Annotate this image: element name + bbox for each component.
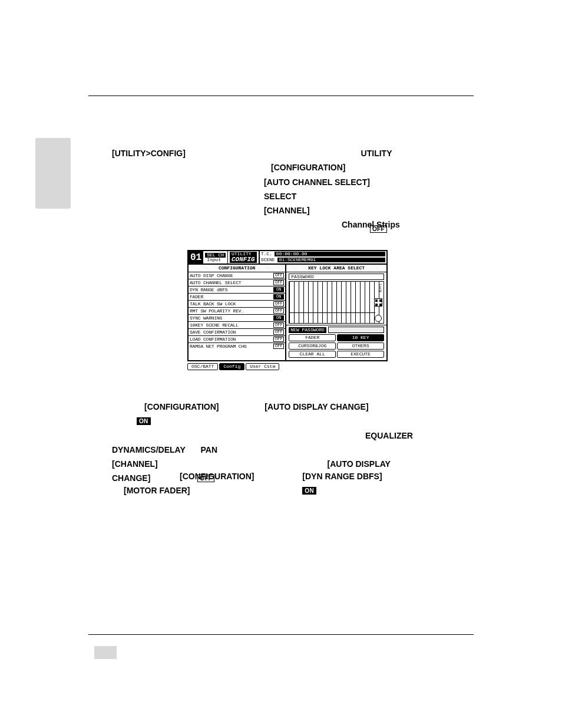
lcd-config-item-name: LOAD CONFIRMATION: [190, 337, 236, 342]
p4-motor-fader: [MOTOR FADER]: [124, 486, 190, 495]
p4-configuration: [CONFIGURATION]: [180, 472, 254, 481]
p3-auto-disp-change: [AUTO DISPLAY CHANGE]: [265, 402, 368, 411]
lcd-new-password-label: NEW PASSWORD: [289, 327, 326, 333]
lcd-config-item-name: AUTO CHANNEL SELECT: [190, 281, 241, 285]
lcd-config-item-state[interactable]: OFF: [273, 330, 284, 335]
lcd-index: 01: [189, 251, 203, 263]
lcd-right-title: KEY LOCK AREA SELECT: [286, 265, 386, 272]
lcd-mixer-graphic: lock: [289, 281, 384, 324]
lcd-button-clear-all[interactable]: CLEAR ALL: [289, 351, 336, 358]
lcd-tc-scene: T.C. 00:00:00.00 SCENE 01:SCENEMEM01: [260, 251, 386, 263]
lcd-button-cursor-jog[interactable]: CURSOR&JOG: [289, 342, 336, 350]
lcd-config-item[interactable]: FADERON: [189, 293, 285, 300]
lcd-config-item-state[interactable]: OFF: [273, 337, 284, 342]
jog-wheel-icon: [375, 315, 382, 322]
page-number-box: [94, 646, 117, 659]
p3-configuration: [CONFIGURATION]: [144, 402, 219, 411]
lcd-left-panel: CONFIGURATION AUTO DISP CHANGEOFFAUTO CH…: [189, 265, 286, 360]
lcd-config-item-state[interactable]: OFF: [273, 322, 284, 328]
lcd-config-item[interactable]: TALK BACK SW LOCKOFF: [189, 300, 285, 307]
lcd-config-item[interactable]: RAMSA NET PROGRAM CHGOFF: [189, 342, 285, 350]
p3-equalizer: EQUALIZER: [365, 431, 413, 440]
lcd-config-item[interactable]: AUTO DISP CHANGEOFF: [189, 272, 285, 279]
lcd-config-item[interactable]: SYNC WARNINGON: [189, 314, 285, 321]
ref-utility-config: [UTILITY>CONFIG]: [112, 149, 186, 158]
lcd-config-item-state[interactable]: OFF: [273, 308, 284, 314]
lcd-tc-value: 00:00:00.00: [275, 252, 385, 256]
lcd-tab-config[interactable]: Config: [219, 363, 244, 370]
lcd-config-item-name: DYN RANGE dBFS: [190, 288, 227, 292]
lcd-screenshot: 01 SEL CH Input UTILITY CONFIG T.C. 00:0…: [187, 250, 388, 370]
lcd-config-item-state[interactable]: ON: [273, 315, 284, 321]
paragraph-1: [UTILITY>CONFIG] UTILITY [CONFIGURATION]…: [112, 147, 474, 233]
lcd-config-item-state[interactable]: OFF: [273, 273, 284, 279]
lcd-scene-value: 01:SCENEMEM01: [277, 258, 385, 262]
p3-dynamics-delay: DYNAMICS/DELAY: [112, 445, 186, 454]
lcd-button-10key[interactable]: 10 KEY: [337, 334, 384, 341]
p3-pan: PAN: [201, 445, 218, 454]
word-auto-channel-select: [AUTO CHANNEL SELECT]: [264, 177, 370, 187]
lcd-lock-label: lock: [378, 283, 382, 293]
lcd-fader-row-2: [289, 312, 375, 323]
lcd-tab-bar: OSC/BATT Config User Cstm: [187, 363, 388, 370]
lcd-config-item-name: SAVE CONFIRMATION: [190, 330, 236, 335]
footer-rule: [88, 634, 474, 635]
lcd-config-item-state[interactable]: OFF: [273, 344, 284, 350]
p4-dyn-range: [DYN RANGE DBFS]: [302, 472, 382, 481]
lcd-password-label: PASSWORD: [291, 275, 313, 279]
lcd-new-password-row: NEW PASSWORD: [289, 327, 384, 333]
lcd-config-item-state[interactable]: OFF: [273, 301, 284, 307]
lcd-tab-osc-batt[interactable]: OSC/BATT: [187, 363, 218, 370]
lcd-config-item[interactable]: AUTO CHANNEL SELECTOFF: [189, 279, 285, 286]
lcd-right-panel: KEY LOCK AREA SELECT PASSWORD lock: [286, 265, 386, 360]
lcd-config-item-state[interactable]: OFF: [273, 280, 284, 286]
lcd-button-execute[interactable]: EXECUTE: [337, 351, 384, 358]
lcd-config-item-state[interactable]: ON: [273, 287, 284, 293]
word-utility: UTILITY: [361, 149, 392, 158]
paragraph-4: [CONFIGURATION] [DYN RANGE DBFS] [MOTOR …: [112, 470, 474, 499]
p3-channel: [CHANNEL]: [112, 459, 158, 469]
lcd-left-title: CONFIGURATION: [189, 265, 285, 272]
lcd-config-item-name: SYNC WARNING: [190, 316, 222, 321]
lcd-config-item-name: FADER: [190, 295, 203, 299]
keypad-icon: [374, 298, 382, 307]
word-channel: [CHANNEL]: [264, 206, 310, 215]
badge-on-2: ON: [302, 487, 316, 495]
word-configuration: [CONFIGURATION]: [271, 163, 346, 172]
lcd-config-item-name: TALK BACK SW LOCK: [190, 302, 236, 307]
lcd-tab-user-cstm[interactable]: User Cstm: [246, 363, 279, 370]
lcd-config-item-name: RMT SW POLARITY REV.: [190, 309, 244, 314]
lcd-password-field[interactable]: PASSWORD: [289, 274, 384, 280]
lcd-config-item[interactable]: 10KEY SCENE RECALLOFF: [189, 321, 285, 328]
lcd-sel-ch-value: Input: [205, 258, 226, 262]
lcd-button-others[interactable]: OTHERS: [337, 342, 384, 350]
lcd-tc-label: T.C.: [261, 252, 272, 256]
lcd-config-item[interactable]: LOAD CONFIRMATIONOFF: [189, 335, 285, 342]
lcd-new-password-field[interactable]: [328, 327, 384, 333]
lcd-top-bar: 01 SEL CH Input UTILITY CONFIG T.C. 00:0…: [187, 250, 388, 265]
lcd-config-list: AUTO DISP CHANGEOFFAUTO CHANNEL SELECTOF…: [189, 272, 285, 350]
lcd-button-fader[interactable]: FADER: [289, 334, 336, 341]
lcd-config-label: CONFIG: [230, 256, 257, 263]
lcd-config-item-state[interactable]: ON: [273, 294, 284, 300]
lcd-sel-ch: SEL CH Input: [203, 251, 228, 263]
lcd-config-item-name: 10KEY SCENE RECALL: [190, 323, 239, 328]
lcd-config-item[interactable]: SAVE CONFIRMATIONOFF: [189, 328, 285, 335]
lcd-config-item-name: AUTO DISP CHANGE: [190, 274, 233, 278]
lcd-config-item-name: RAMSA NET PROGRAM CHG: [190, 344, 247, 349]
paragraph-2: OFF: [112, 223, 474, 237]
lcd-config-item[interactable]: DYN RANGE dBFSON: [189, 286, 285, 293]
p3-auto-display: [AUTO DISPLAY: [328, 459, 391, 469]
badge-on-1: ON: [137, 417, 151, 425]
header-rule: [88, 95, 474, 96]
badge-off: OFF: [370, 225, 387, 233]
lcd-scene-label: SCENE: [261, 258, 275, 262]
side-page-tab: [35, 138, 71, 209]
word-select: SELECT: [264, 192, 296, 201]
lcd-utility-box: UTILITY CONFIG: [228, 251, 260, 263]
lcd-config-item[interactable]: RMT SW POLARITY REV.OFF: [189, 307, 285, 314]
